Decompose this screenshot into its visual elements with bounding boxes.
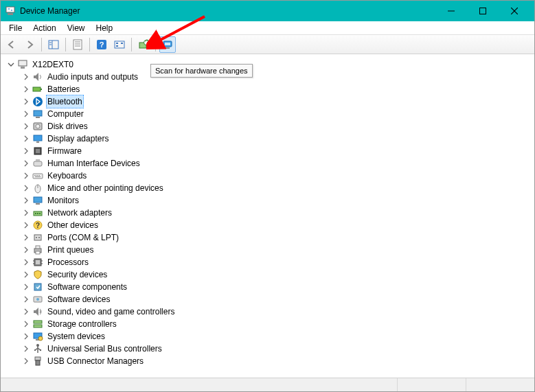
menu-help[interactable]: Help — [91, 22, 119, 34]
network-icon — [32, 207, 43, 218]
tree-node-label: System devices — [46, 330, 106, 343]
show-hide-console-tree-button[interactable] — [45, 36, 62, 53]
chevron-right-icon[interactable] — [21, 220, 31, 230]
tree-node[interactable]: Monitors — [21, 194, 532, 207]
svg-rect-1 — [8, 13, 13, 15]
tree-node[interactable]: Storage controllers — [21, 318, 532, 330]
usb-icon — [32, 343, 43, 354]
tree-node-label: Batteries — [46, 83, 81, 95]
tree-node[interactable]: Software components — [21, 281, 532, 293]
back-button[interactable] — [3, 36, 20, 53]
chevron-right-icon[interactable] — [21, 319, 31, 329]
properties-button[interactable] — [69, 36, 86, 53]
keyboard-icon — [32, 170, 43, 181]
chevron-right-icon[interactable] — [21, 233, 31, 242]
chevron-right-icon[interactable] — [21, 344, 31, 354]
chevron-right-icon[interactable] — [21, 282, 31, 292]
maximize-button[interactable] — [467, 1, 499, 21]
svg-point-3 — [11, 10, 12, 11]
update-driver-button[interactable] — [111, 36, 128, 53]
tree-node[interactable]: Print queues — [21, 244, 532, 256]
svg-rect-29 — [21, 67, 25, 69]
chevron-right-icon[interactable] — [21, 356, 31, 366]
chevron-right-icon[interactable] — [21, 97, 31, 106]
menu-file[interactable]: File — [3, 22, 27, 34]
chevron-right-icon[interactable] — [21, 84, 31, 94]
tree-node-label: Ports (COM & LPT) — [46, 231, 120, 244]
tree-node[interactable]: Firmware — [21, 145, 532, 157]
tree-node[interactable]: Keyboards — [21, 170, 532, 182]
audio-icon — [32, 71, 43, 82]
close-button[interactable] — [499, 1, 530, 21]
help-button[interactable]: ? — [93, 36, 110, 53]
tree-node[interactable]: Human Interface Devices — [21, 157, 532, 170]
scan-hardware-button[interactable] — [159, 36, 176, 53]
tree-node[interactable]: Batteries — [21, 83, 532, 95]
tree-node[interactable]: Disk drives — [21, 120, 532, 132]
menu-view[interactable]: View — [62, 22, 91, 34]
minimize-button[interactable] — [435, 1, 467, 21]
menu-bar: File Action View Help — [1, 21, 534, 35]
tree-node[interactable]: Software devices — [21, 293, 532, 305]
svg-rect-20 — [116, 45, 118, 47]
printer-icon — [32, 244, 43, 255]
tree-node[interactable]: USB Connector Managers — [21, 355, 532, 367]
tree-node[interactable]: Universal Serial Bus controllers — [21, 343, 532, 355]
tree-node-label: Mice and other pointing devices — [46, 182, 165, 194]
expander-icon[interactable] — [6, 60, 16, 69]
menu-action[interactable]: Action — [27, 22, 61, 34]
tree-node[interactable]: Security devices — [21, 268, 532, 281]
tree-root-node[interactable]: X12DEXT0 — [6, 58, 532, 71]
chevron-right-icon[interactable] — [21, 109, 31, 119]
tree-node[interactable]: System devices — [21, 330, 532, 343]
uninstall-device-button[interactable] — [135, 36, 152, 53]
toolbar-separator — [89, 38, 90, 51]
chevron-right-icon[interactable] — [21, 72, 31, 82]
chevron-right-icon[interactable] — [21, 134, 31, 143]
chevron-right-icon[interactable] — [21, 196, 31, 205]
tree-node[interactable]: Ports (COM & LPT) — [21, 231, 532, 244]
chevron-right-icon[interactable] — [21, 245, 31, 255]
chevron-right-icon[interactable] — [21, 208, 31, 218]
chevron-right-icon[interactable] — [21, 307, 31, 316]
chevron-right-icon[interactable] — [21, 270, 31, 279]
app-icon — [5, 5, 16, 16]
system-icon — [32, 331, 43, 342]
computer-icon — [32, 108, 43, 119]
svg-rect-21 — [121, 43, 123, 44]
tree-node[interactable]: Bluetooth — [21, 95, 532, 108]
chevron-right-icon[interactable] — [21, 122, 31, 131]
window-controls — [435, 1, 530, 21]
chevron-right-icon[interactable] — [21, 183, 31, 193]
toolbar: ? — [1, 35, 534, 54]
mouse-icon — [32, 183, 43, 194]
tree-node[interactable]: Network adapters — [21, 207, 532, 219]
tree-node[interactable]: Other devices — [21, 219, 532, 231]
title-bar: Device Manager — [1, 1, 534, 21]
chevron-right-icon[interactable] — [21, 146, 31, 156]
tree-node[interactable]: Mice and other pointing devices — [21, 182, 532, 194]
toolbar-separator — [65, 38, 66, 51]
chevron-right-icon[interactable] — [21, 332, 31, 341]
battery-icon — [32, 84, 43, 95]
chevron-right-icon[interactable] — [21, 159, 31, 168]
software-component-icon — [32, 281, 43, 292]
chevron-right-icon[interactable] — [21, 257, 31, 267]
tree-node-label: Processors — [46, 256, 90, 268]
tree-node-label: Display adapters — [46, 132, 110, 145]
tree-node[interactable]: Audio inputs and outputs — [21, 71, 532, 83]
bluetooth-icon — [32, 96, 43, 107]
sound-icon — [32, 306, 43, 317]
chevron-right-icon[interactable] — [21, 295, 31, 304]
other-icon — [32, 220, 43, 231]
device-tree[interactable]: X12DEXT0 Audio inputs and outputsBatteri… — [1, 54, 534, 378]
tree-node[interactable]: Display adapters — [21, 132, 532, 145]
forward-button[interactable] — [21, 36, 38, 53]
port-icon — [32, 232, 43, 243]
tree-node[interactable]: Processors — [21, 256, 532, 268]
tree-node-label: Print queues — [46, 244, 95, 256]
tree-node[interactable]: Sound, video and game controllers — [21, 305, 532, 318]
tree-node[interactable]: Computer — [21, 108, 532, 120]
chevron-right-icon[interactable] — [21, 171, 31, 181]
tree-node-label: Monitors — [46, 194, 80, 207]
